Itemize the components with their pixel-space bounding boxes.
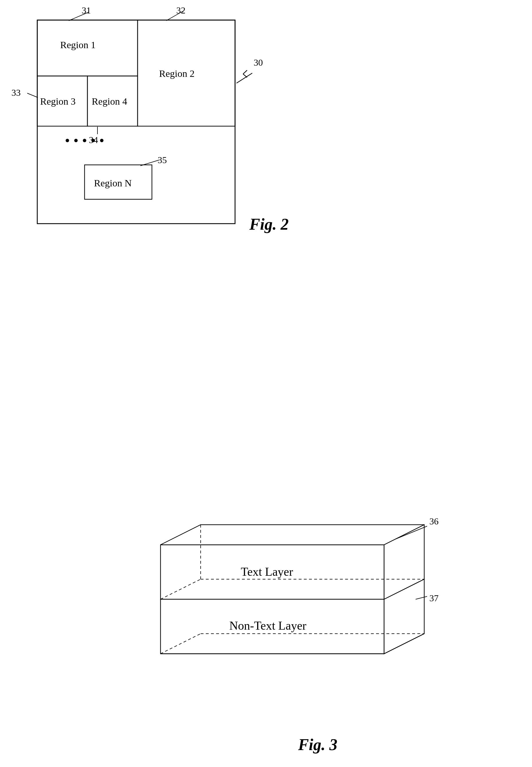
- callout-36: 36: [429, 516, 439, 527]
- text-layer-label: Text Layer: [241, 565, 293, 579]
- callout-37: 37: [429, 593, 439, 604]
- callout-34: 34: [89, 135, 98, 145]
- svg-rect-0: [37, 20, 235, 224]
- svg-marker-23: [384, 579, 424, 654]
- region4-label: Region 4: [92, 96, 127, 107]
- svg-line-9: [243, 74, 247, 77]
- region3-label: Region 3: [40, 96, 76, 107]
- callout-30: 30: [254, 57, 263, 68]
- svg-line-31: [396, 526, 427, 539]
- svg-point-16: [83, 139, 86, 142]
- svg-line-27: [384, 634, 424, 654]
- svg-point-15: [74, 139, 78, 142]
- svg-point-14: [66, 139, 69, 142]
- region1-label: Region 1: [60, 40, 96, 50]
- callout-35: 35: [158, 155, 167, 165]
- svg-point-18: [100, 139, 103, 142]
- svg-line-24: [161, 634, 201, 654]
- svg-line-28: [161, 579, 201, 599]
- fig2-title: Fig. 2: [249, 215, 289, 233]
- region2-label: Region 2: [159, 68, 195, 79]
- callout-31: 31: [82, 5, 91, 16]
- svg-line-13: [140, 160, 159, 166]
- regionN-label: Region N: [94, 178, 132, 189]
- callout-33: 33: [11, 87, 21, 98]
- fig3-title: Fig. 3: [298, 735, 337, 754]
- svg-line-32: [416, 596, 427, 599]
- nontext-layer-label: Non-Text Layer: [229, 619, 306, 633]
- callout-32: 32: [176, 5, 185, 16]
- svg-marker-20: [161, 525, 424, 545]
- diagram-container: 31 32 30 33 34 35 Region 1 Region 2 Regi…: [0, 0, 532, 767]
- svg-line-10: [243, 70, 247, 74]
- svg-line-11: [27, 93, 38, 97]
- svg-line-8: [236, 73, 252, 83]
- svg-overlay: [0, 0, 532, 767]
- svg-marker-21: [384, 525, 424, 599]
